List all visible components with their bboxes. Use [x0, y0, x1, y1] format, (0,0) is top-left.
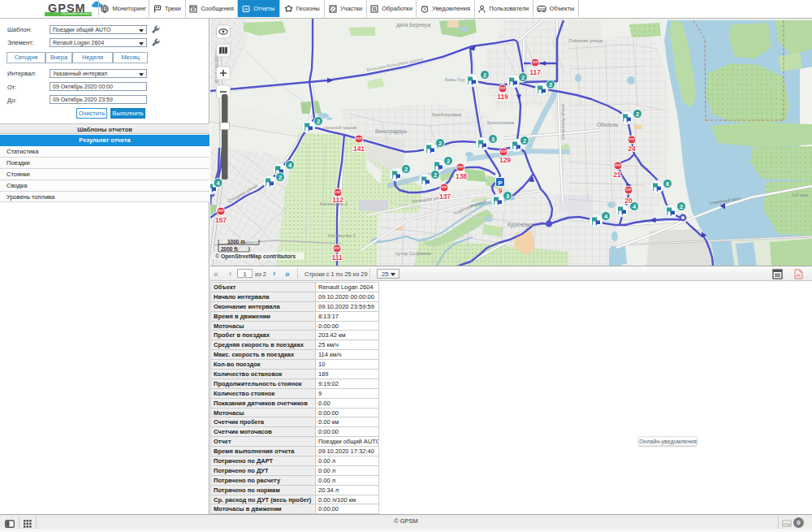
- svg-text:20: 20: [624, 197, 633, 205]
- svg-text:129: 129: [499, 156, 511, 164]
- svg-text:2: 2: [434, 171, 437, 179]
- svg-text:Катництво-1: Катництво-1: [328, 233, 356, 238]
- svg-text:21: 21: [613, 171, 621, 179]
- svg-text:9: 9: [499, 187, 503, 195]
- svg-text:Виноградарь: Виноградарь: [375, 128, 408, 135]
- svg-text:2: 2: [636, 110, 639, 118]
- svg-text:3: 3: [491, 136, 495, 143]
- svg-text:Оболонь: Оболонь: [597, 122, 619, 128]
- svg-text:Коноплянка: Коноплянка: [487, 120, 515, 125]
- svg-text:дача Бернера: дача Бернера: [396, 22, 430, 28]
- svg-text:2: 2: [549, 81, 552, 89]
- svg-text:2: 2: [279, 174, 282, 181]
- svg-text:2: 2: [404, 166, 408, 173]
- svg-text:3-й мик: 3-й мик: [792, 192, 809, 197]
- svg-text:Куренёвка: Куренёвка: [508, 222, 533, 228]
- svg-text:© OpenStreetMap contributors: © OpenStreetMap contributors: [215, 253, 296, 260]
- svg-text:2: 2: [483, 71, 486, 79]
- svg-text:2000 ft: 2000 ft: [221, 246, 238, 252]
- svg-text:P: P: [498, 179, 503, 187]
- svg-text:2: 2: [447, 158, 450, 165]
- svg-text:Крейсеровка: Крейсеровка: [432, 112, 461, 117]
- svg-text:137: 137: [439, 192, 451, 201]
- svg-text:117: 117: [529, 68, 541, 76]
- svg-text:2: 2: [680, 203, 683, 210]
- svg-text:119: 119: [497, 93, 508, 101]
- svg-text:112: 112: [332, 196, 343, 204]
- svg-text:157: 157: [215, 216, 227, 224]
- svg-text:1000 m: 1000 m: [227, 239, 245, 244]
- svg-text:озерний масив: озерний масив: [323, 125, 356, 130]
- svg-text:24: 24: [628, 145, 636, 153]
- svg-text:2: 2: [521, 74, 525, 81]
- svg-text:2: 2: [317, 118, 320, 125]
- svg-text:2: 2: [438, 140, 442, 147]
- svg-text:141: 141: [353, 145, 365, 153]
- svg-text:2: 2: [523, 137, 526, 145]
- svg-text:111: 111: [331, 253, 343, 262]
- svg-text:хутор Софіевка: хутор Софіевка: [395, 251, 431, 256]
- svg-text:3: 3: [506, 192, 509, 200]
- svg-text:138: 138: [456, 172, 467, 180]
- svg-text:6: 6: [666, 180, 669, 188]
- svg-text:улица Архипенко: улица Архипенко: [561, 104, 566, 140]
- svg-text:Озёрная улица: Озёрная улица: [568, 38, 603, 43]
